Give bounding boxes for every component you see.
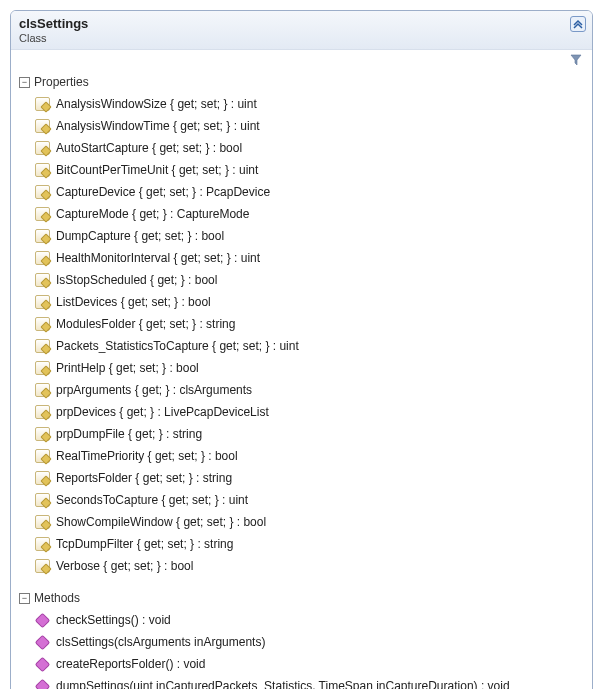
property-icon [35,207,50,221]
member-signature: checkSettings() : void [56,611,171,629]
property-icon [35,383,50,397]
property-icon [35,119,50,133]
property-icon [35,97,50,111]
properties-list: AnalysisWindowSize { get; set; } : uintA… [17,91,586,581]
class-name: clsSettings [19,16,584,31]
list-item[interactable]: prpArguments { get; } : clsArguments [35,379,586,401]
member-signature: AnalysisWindowSize { get; set; } : uint [56,95,257,113]
list-item[interactable]: Verbose { get; set; } : bool [35,555,586,577]
list-item[interactable]: prpDumpFile { get; } : string [35,423,586,445]
member-signature: AutoStartCapture { get; set; } : bool [56,139,242,157]
class-kind: Class [19,32,584,44]
list-item[interactable]: PrintHelp { get; set; } : bool [35,357,586,379]
property-icon [35,559,50,573]
list-item[interactable]: dumpSettings(uint inCapturedPackets_Stat… [35,675,586,689]
svg-marker-0 [571,55,581,65]
property-icon [35,515,50,529]
member-signature: TcpDumpFilter { get; set; } : string [56,535,233,553]
property-icon [35,273,50,287]
property-icon [35,427,50,441]
collapse-button[interactable] [570,16,586,32]
list-item[interactable]: HealthMonitorInterval { get; set; } : ui… [35,247,586,269]
methods-header[interactable]: − Methods [17,589,586,607]
list-item[interactable]: TcpDumpFilter { get; set; } : string [35,533,586,555]
member-signature: PrintHelp { get; set; } : bool [56,359,199,377]
member-signature: ReportsFolder { get; set; } : string [56,469,232,487]
method-icon [35,679,50,689]
list-item[interactable]: ListDevices { get; set; } : bool [35,291,586,313]
method-icon [35,613,50,627]
list-item[interactable]: RealTimePriority { get; set; } : bool [35,445,586,467]
methods-list: checkSettings() : voidclsSettings(clsArg… [17,607,586,689]
member-signature: HealthMonitorInterval { get; set; } : ui… [56,249,260,267]
list-item[interactable]: ReportsFolder { get; set; } : string [35,467,586,489]
list-item[interactable]: checkSettings() : void [35,609,586,631]
property-icon [35,295,50,309]
member-signature: RealTimePriority { get; set; } : bool [56,447,238,465]
list-item[interactable]: ShowCompileWindow { get; set; } : bool [35,511,586,533]
member-signature: ModulesFolder { get; set; } : string [56,315,235,333]
member-signature: DumpCapture { get; set; } : bool [56,227,224,245]
member-signature: SecondsToCapture { get; set; } : uint [56,491,248,509]
property-icon [35,229,50,243]
minus-icon: − [19,77,30,88]
methods-section: − Methods checkSettings() : voidclsSetti… [11,587,592,689]
list-item[interactable]: DumpCapture { get; set; } : bool [35,225,586,247]
property-icon [35,361,50,375]
property-icon [35,449,50,463]
member-signature: CaptureMode { get; } : CaptureMode [56,205,249,223]
member-signature: prpDumpFile { get; } : string [56,425,202,443]
minus-icon: − [19,593,30,604]
member-signature: prpArguments { get; } : clsArguments [56,381,252,399]
properties-section: − Properties AnalysisWindowSize { get; s… [11,71,592,587]
member-signature: Verbose { get; set; } : bool [56,557,193,575]
list-item[interactable]: clsSettings(clsArguments inArguments) [35,631,586,653]
property-icon [35,339,50,353]
property-icon [35,163,50,177]
member-signature: AnalysisWindowTime { get; set; } : uint [56,117,260,135]
member-signature: Packets_StatisticsToCapture { get; set; … [56,337,299,355]
member-signature: createReportsFolder() : void [56,655,205,673]
list-item[interactable]: AnalysisWindowSize { get; set; } : uint [35,93,586,115]
chevron-up-icon [573,19,583,29]
list-item[interactable]: SecondsToCapture { get; set; } : uint [35,489,586,511]
property-icon [35,251,50,265]
list-item[interactable]: prpDevices { get; } : LivePcapDeviceList [35,401,586,423]
member-signature: ShowCompileWindow { get; set; } : bool [56,513,266,531]
list-item[interactable]: createReportsFolder() : void [35,653,586,675]
member-signature: BitCountPerTimeUnit { get; set; } : uint [56,161,258,179]
property-icon [35,493,50,507]
property-icon [35,471,50,485]
list-item[interactable]: BitCountPerTimeUnit { get; set; } : uint [35,159,586,181]
property-icon [35,537,50,551]
filter-icon[interactable] [570,54,582,69]
method-icon [35,635,50,649]
member-signature: prpDevices { get; } : LivePcapDeviceList [56,403,269,421]
methods-title: Methods [34,591,80,605]
list-item[interactable]: AutoStartCapture { get; set; } : bool [35,137,586,159]
member-signature: IsStopScheduled { get; } : bool [56,271,217,289]
property-icon [35,317,50,331]
filter-row [11,50,592,71]
list-item[interactable]: Packets_StatisticsToCapture { get; set; … [35,335,586,357]
list-item[interactable]: IsStopScheduled { get; } : bool [35,269,586,291]
properties-header[interactable]: − Properties [17,73,586,91]
member-signature: CaptureDevice { get; set; } : PcapDevice [56,183,270,201]
method-icon [35,657,50,671]
property-icon [35,405,50,419]
property-icon [35,185,50,199]
member-signature: clsSettings(clsArguments inArguments) [56,633,265,651]
list-item[interactable]: CaptureMode { get; } : CaptureMode [35,203,586,225]
list-item[interactable]: CaptureDevice { get; set; } : PcapDevice [35,181,586,203]
class-details-panel: clsSettings Class − Properties AnalysisW… [10,10,593,689]
member-signature: ListDevices { get; set; } : bool [56,293,211,311]
list-item[interactable]: ModulesFolder { get; set; } : string [35,313,586,335]
properties-title: Properties [34,75,89,89]
panel-header: clsSettings Class [11,11,592,50]
list-item[interactable]: AnalysisWindowTime { get; set; } : uint [35,115,586,137]
member-signature: dumpSettings(uint inCapturedPackets_Stat… [56,677,510,689]
property-icon [35,141,50,155]
